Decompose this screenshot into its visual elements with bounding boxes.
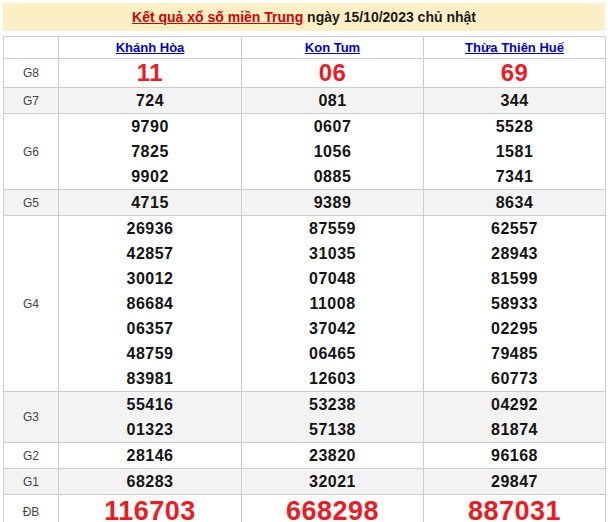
row-g4: 48759 06465 79485 — [4, 341, 606, 366]
row-g6: 7825 1056 1581 — [4, 139, 606, 164]
province-link-kon-tum[interactable]: Kon Tum — [305, 40, 360, 55]
row-g4: 06357 37042 02295 — [4, 316, 606, 341]
g8-result: 11 — [59, 59, 242, 88]
g4-result: 12603 — [242, 366, 424, 392]
g4-result: 30012 — [59, 266, 242, 291]
province-link-khanh-hoa[interactable]: Khánh Hòa — [116, 40, 185, 55]
g6-result: 7341 — [424, 164, 606, 190]
results-table: Khánh Hòa Kon Tum Thừa Thiên Huế G8 11 0… — [3, 36, 606, 522]
g8-result: 06 — [242, 59, 424, 88]
g5-result: 8634 — [424, 190, 606, 216]
title-link[interactable]: Kết quả xổ số miền Trung — [132, 9, 303, 25]
g2-result: 28146 — [59, 443, 242, 469]
g4-result: 62557 — [424, 216, 606, 242]
g1-result: 29847 — [424, 469, 606, 495]
g4-result: 02295 — [424, 316, 606, 341]
g4-result: 06465 — [242, 341, 424, 366]
db-result: 887031 — [424, 495, 606, 522]
corner-cell — [4, 37, 59, 59]
row-g3: 01323 57138 81874 — [4, 417, 606, 443]
g6-result: 7825 — [59, 139, 242, 164]
g4-result: 48759 — [59, 341, 242, 366]
g4-result: 31035 — [242, 241, 424, 266]
g4-result: 83981 — [59, 366, 242, 392]
prize-label-g1: G1 — [4, 469, 59, 495]
g4-result: 26936 — [59, 216, 242, 242]
g6-result: 0607 — [242, 114, 424, 140]
g5-result: 4715 — [59, 190, 242, 216]
g7-result: 724 — [59, 88, 242, 114]
row-g4: 86684 11008 58933 — [4, 291, 606, 316]
g8-result: 69 — [424, 59, 606, 88]
g3-result: 81874 — [424, 417, 606, 443]
g6-result: 1581 — [424, 139, 606, 164]
prize-label-g3: G3 — [4, 392, 59, 443]
g4-result: 81599 — [424, 266, 606, 291]
prize-label-g5: G5 — [4, 190, 59, 216]
prize-label-g8: G8 — [4, 59, 59, 88]
g4-result: 07048 — [242, 266, 424, 291]
g2-result: 23820 — [242, 443, 424, 469]
page: Kết quả xổ số miền Trung ngày 15/10/2023… — [0, 0, 608, 522]
g6-result: 0885 — [242, 164, 424, 190]
province-header: Thừa Thiên Huế — [424, 37, 606, 59]
g4-result: 37042 — [242, 316, 424, 341]
g1-result: 68283 — [59, 469, 242, 495]
g7-result: 081 — [242, 88, 424, 114]
g4-result: 11008 — [242, 291, 424, 316]
row-g6: G6 9790 0607 5528 — [4, 114, 606, 140]
province-header: Khánh Hòa — [59, 37, 242, 59]
db-result: 668298 — [242, 495, 424, 522]
prize-label-g7: G7 — [4, 88, 59, 114]
row-g3: G3 55416 53238 04292 — [4, 392, 606, 418]
db-result: 116703 — [59, 495, 242, 522]
row-g5: G5 4715 9389 8634 — [4, 190, 606, 216]
row-g4: 30012 07048 81599 — [4, 266, 606, 291]
g4-result: 79485 — [424, 341, 606, 366]
g4-result: 28943 — [424, 241, 606, 266]
g4-result: 87559 — [242, 216, 424, 242]
table-header-row: Khánh Hòa Kon Tum Thừa Thiên Huế — [4, 37, 606, 59]
prize-label-g6: G6 — [4, 114, 59, 190]
prize-label-g4: G4 — [4, 216, 59, 392]
row-g8: G8 11 06 69 — [4, 59, 606, 88]
g6-result: 9902 — [59, 164, 242, 190]
g1-result: 32021 — [242, 469, 424, 495]
g3-result: 57138 — [242, 417, 424, 443]
prize-label-g2: G2 — [4, 443, 59, 469]
g3-result: 04292 — [424, 392, 606, 418]
g4-result: 06357 — [59, 316, 242, 341]
row-g4: G4 26936 87559 62557 — [4, 216, 606, 242]
g4-result: 60773 — [424, 366, 606, 392]
g3-result: 55416 — [59, 392, 242, 418]
row-db: ĐB 116703 668298 887031 — [4, 495, 606, 522]
g4-result: 58933 — [424, 291, 606, 316]
row-g4: 42857 31035 28943 — [4, 241, 606, 266]
g6-result: 1056 — [242, 139, 424, 164]
title-date: ngày 15/10/2023 chủ nhật — [307, 9, 476, 25]
g2-result: 96168 — [424, 443, 606, 469]
title-bar: Kết quả xổ số miền Trung ngày 15/10/2023… — [3, 3, 605, 31]
province-header: Kon Tum — [242, 37, 424, 59]
g7-result: 344 — [424, 88, 606, 114]
g5-result: 9389 — [242, 190, 424, 216]
g6-result: 9790 — [59, 114, 242, 140]
g6-result: 5528 — [424, 114, 606, 140]
prize-label-db: ĐB — [4, 495, 59, 522]
g4-result: 42857 — [59, 241, 242, 266]
g4-result: 86684 — [59, 291, 242, 316]
row-g6: 9902 0885 7341 — [4, 164, 606, 190]
row-g1: G1 68283 32021 29847 — [4, 469, 606, 495]
row-g2: G2 28146 23820 96168 — [4, 443, 606, 469]
g3-result: 01323 — [59, 417, 242, 443]
province-link-thua-thien-hue[interactable]: Thừa Thiên Huế — [465, 40, 564, 55]
row-g7: G7 724 081 344 — [4, 88, 606, 114]
g3-result: 53238 — [242, 392, 424, 418]
row-g4: 83981 12603 60773 — [4, 366, 606, 392]
